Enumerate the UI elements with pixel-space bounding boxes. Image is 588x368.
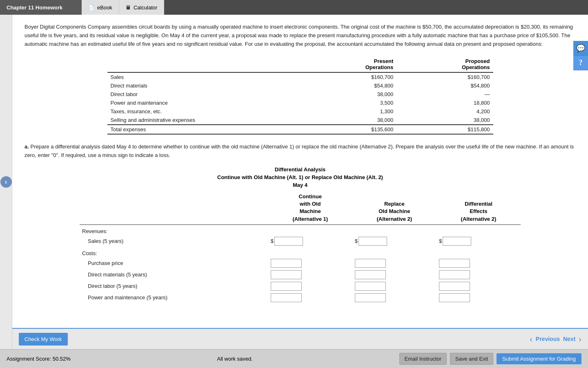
- pm-col2-input[interactable]: [355, 293, 386, 302]
- revenues-section-label: Revenues:: [80, 224, 521, 236]
- col1-header: Continuewith OldMachine(Alternative 1): [268, 191, 352, 224]
- dm-col1-input[interactable]: [271, 270, 302, 279]
- main-container: Chapter 11 Homework 📄 eBook 🖩 Calculator…: [0, 0, 588, 368]
- table-row: Power and maintenance 3,500 18,800: [107, 99, 493, 107]
- table-row: Taxes, insurance, etc. 1,300 4,200: [107, 107, 493, 116]
- dm-col2-input[interactable]: [355, 270, 386, 279]
- diff-analysis-title: Differential Analysis: [24, 166, 576, 173]
- nav-buttons: ‹ Previous Next ›: [530, 334, 581, 344]
- dl-col1-input[interactable]: [271, 282, 302, 291]
- direct-labor-row: Direct labor (5 years): [80, 280, 521, 292]
- window-title: Chapter 11 Homework: [0, 0, 82, 15]
- previous-button[interactable]: Previous: [536, 336, 560, 342]
- sales-col2-input[interactable]: [359, 237, 387, 246]
- chat-icon-button[interactable]: 💬: [573, 41, 588, 56]
- diff-analysis-date: May 4: [24, 182, 576, 188]
- sales-col3-input[interactable]: [443, 237, 471, 246]
- next-button[interactable]: Next: [563, 336, 575, 342]
- table-row: Direct materials $54,800 $54,800: [107, 81, 493, 90]
- bottom-bar: Check My Work ‹ Previous Next ›: [12, 328, 588, 349]
- ebook-icon: 📄: [88, 4, 95, 11]
- toggle-circle: ›: [0, 176, 12, 188]
- status-bar: Assignment Score: 50.52% All work saved.…: [0, 349, 588, 368]
- col2-header: ReplaceOld Machine(Alternative 2): [352, 191, 437, 224]
- previous-chevron-icon: ‹: [530, 334, 532, 344]
- sales-col1-input[interactable]: [274, 237, 303, 246]
- tab-ebook[interactable]: 📄 eBook: [82, 0, 119, 15]
- assignment-score: Assignment Score: 50.52%: [7, 356, 71, 362]
- diff-table-header: Continuewith OldMachine(Alternative 1) R…: [80, 191, 521, 224]
- all-work-saved: All work saved.: [217, 356, 252, 362]
- sales-col2-input-cell: $: [355, 237, 434, 246]
- window-chrome: Chapter 11 Homework 📄 eBook 🖩 Calculator: [0, 0, 588, 15]
- costs-section-label: Costs:: [80, 247, 521, 258]
- dollar-sign: $: [271, 238, 274, 244]
- tab-calculator[interactable]: 🖩 Calculator: [119, 0, 165, 15]
- tab-ebook-label: eBook: [97, 4, 112, 11]
- col3-header: DifferentialEffects(Alternative 2): [437, 191, 521, 224]
- purchase-price-row: Purchase price: [80, 258, 521, 269]
- dm-col3-input[interactable]: [439, 270, 470, 279]
- sales-row: Sales (5 years) $ $: [80, 236, 521, 247]
- dl-col3-input[interactable]: [439, 282, 470, 291]
- pm-col1-input[interactable]: [271, 293, 302, 302]
- email-instructor-button[interactable]: Email Instructor: [399, 353, 447, 365]
- purchase-col3-input[interactable]: [439, 259, 470, 268]
- question-icon: ?: [579, 58, 583, 67]
- check-my-work-button[interactable]: Check My Work: [19, 333, 68, 346]
- table-row: Sales $160,700 $160,700: [107, 72, 493, 81]
- section-a-instruction: Prepare a differential analysis dated Ma…: [24, 144, 574, 158]
- left-panel-toggle[interactable]: ›: [0, 15, 12, 349]
- sales-col1-input-cell: $: [271, 237, 350, 246]
- section-a-text: a. Prepare a differential analysis dated…: [24, 143, 576, 160]
- operations-table: PresentOperations ProposedOperations Sal…: [107, 56, 493, 135]
- table-row: Selling and administrative expenses 38,0…: [107, 116, 493, 125]
- purchase-col1-input[interactable]: [271, 259, 302, 268]
- status-buttons: Email Instructor Save and Exit Submit As…: [399, 353, 581, 365]
- assignment-score-value: 50.52%: [53, 356, 71, 362]
- help-icon-button[interactable]: ?: [573, 56, 588, 70]
- dollar-sign-3: $: [439, 238, 442, 244]
- problem-text: Boyer Digital Components Company assembl…: [24, 23, 576, 48]
- next-chevron-icon: ›: [579, 334, 581, 344]
- content-area: › Boyer Digital Components Company assem…: [0, 15, 588, 349]
- table-row-total: Total expenses $135,600 $115,800: [107, 125, 493, 134]
- dollar-sign-2: $: [355, 238, 358, 244]
- chevron-right-icon: ›: [5, 178, 7, 186]
- right-icons-panel: 💬 ?: [573, 41, 588, 70]
- power-maintenance-row: Power and maintenance (5 years): [80, 292, 521, 303]
- save-and-exit-button[interactable]: Save and Exit: [450, 353, 493, 365]
- purchase-col2-input[interactable]: [355, 259, 386, 268]
- scrollable-content: Boyer Digital Components Company assembl…: [12, 15, 588, 328]
- section-a-label: a.: [24, 144, 29, 150]
- submit-assignment-button[interactable]: Submit Assignment for Grading: [497, 353, 581, 364]
- col-label-header: [80, 191, 268, 224]
- table-row: Direct labor 38,000 —: [107, 90, 493, 99]
- diff-analysis-table: Continuewith OldMachine(Alternative 1) R…: [80, 191, 521, 303]
- dl-col2-input[interactable]: [355, 282, 386, 291]
- pm-col3-input[interactable]: [439, 293, 470, 302]
- main-content: Boyer Digital Components Company assembl…: [12, 15, 588, 349]
- calculator-icon: 🖩: [126, 4, 131, 11]
- tab-calculator-label: Calculator: [134, 4, 158, 11]
- direct-materials-row: Direct materials (5 years): [80, 269, 521, 280]
- assignment-score-label: Assignment Score:: [7, 356, 51, 362]
- chat-icon: 💬: [576, 44, 585, 53]
- sales-col3-input-cell: $: [439, 237, 518, 246]
- diff-analysis-subtitle: Continue with Old Machine (Alt. 1) or Re…: [24, 174, 576, 180]
